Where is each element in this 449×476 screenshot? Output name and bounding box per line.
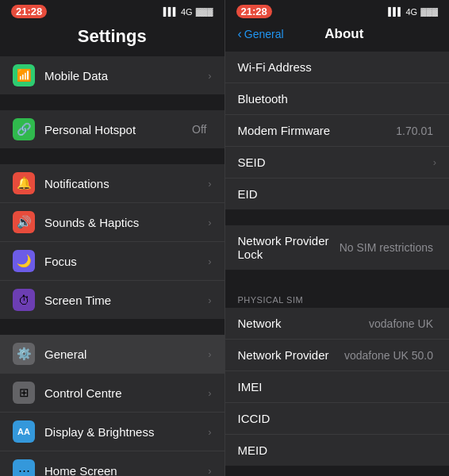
network-provider-label: Network Provider — [238, 348, 344, 362]
modem-value: 1.70.01 — [396, 125, 433, 137]
general-chevron: › — [208, 348, 211, 360]
list-item[interactable]: ⋯ Home Screen › — [0, 451, 224, 476]
hotspot-value: Off — [192, 123, 206, 136]
list-item: Modem Firmware 1.70.01 — [225, 115, 450, 147]
list-item[interactable]: 🌙 Focus › — [0, 242, 224, 281]
list-item[interactable]: 📶 Mobile Data › — [0, 56, 224, 94]
eid-label: EID — [238, 187, 437, 201]
imei-label: IMEI — [238, 380, 437, 393]
right-signal-icon: ▌▌▌ — [388, 7, 402, 16]
battery-icon: ▓▓▓ — [196, 7, 213, 16]
right-page-header: ‹ General About — [225, 21, 450, 48]
left-page-title: Settings — [13, 26, 212, 47]
display-chevron: › — [208, 426, 211, 438]
right-network-type: 4G — [405, 7, 417, 17]
screentime-chevron: › — [208, 294, 211, 306]
right-status-bar: 21:28 ▌▌▌ 4G ▓▓▓ — [225, 0, 450, 21]
display-icon: AA — [13, 420, 35, 443]
list-item[interactable]: 🔔 Notifications › — [0, 164, 224, 203]
controlcentre-icon: ⊞ — [13, 382, 35, 404]
network-provider-lock-label: Network Provider Lock — [238, 234, 340, 261]
list-item[interactable]: 🔊 Sounds & Haptics › — [0, 203, 224, 242]
list-item[interactable]: 🔗 Personal Hotspot Off — [0, 110, 224, 148]
list-item: Network vodafone UK — [225, 308, 450, 340]
hotspot-section: 🔗 Personal Hotspot Off — [0, 110, 224, 148]
controlcentre-label: Control Centre — [44, 386, 208, 400]
back-button[interactable]: ‹ General — [238, 28, 284, 40]
general-section: ⚙️ General › ⊞ Control Centre › AA Displ… — [0, 335, 224, 476]
controlcentre-chevron: › — [208, 387, 211, 399]
about-section-3: Network vodafone UK Network Provider vod… — [225, 308, 450, 466]
list-item: Network Provider Lock No SIM restriction… — [225, 225, 450, 270]
list-item[interactable]: ⊞ Control Centre › — [0, 374, 224, 413]
list-item: EID — [225, 178, 450, 209]
notifications-label: Notifications — [44, 177, 208, 190]
focus-icon: 🌙 — [13, 250, 35, 272]
list-item: IMEI — [225, 371, 450, 403]
network-provider-lock-value: No SIM restrictions — [340, 241, 433, 254]
list-item: Bluetooth — [225, 83, 450, 115]
right-status-icons: ▌▌▌ 4G ▓▓▓ — [388, 7, 438, 17]
about-section-2: Network Provider Lock No SIM restriction… — [225, 225, 450, 270]
network-type: 4G — [181, 7, 193, 17]
meid-label: MEID — [238, 443, 437, 457]
modem-label: Modem Firmware — [238, 124, 397, 137]
seid-chevron: › — [433, 156, 436, 168]
seid-label: SEID — [238, 155, 433, 169]
hotspot-label: Personal Hotspot — [44, 123, 192, 136]
mobile-data-label: Mobile Data — [44, 69, 208, 83]
network-provider-value: vodafone UK 50.0 — [344, 349, 433, 362]
homescreen-icon: ⋯ — [13, 459, 35, 476]
homescreen-chevron: › — [208, 465, 211, 477]
right-scroll-area[interactable]: Wi-Fi Address Bluetooth Modem Firmware 1… — [225, 48, 450, 476]
sounds-icon: 🔊 — [13, 211, 35, 233]
left-scroll-area[interactable]: 📶 Mobile Data › 🔗 Personal Hotspot Off 🔔… — [0, 53, 224, 476]
screentime-icon: ⏱ — [13, 289, 35, 311]
general-icon: ⚙️ — [13, 343, 35, 365]
network-value: vodafone UK — [369, 317, 433, 330]
right-panel: 21:28 ▌▌▌ 4G ▓▓▓ ‹ General About Wi-Fi A… — [224, 0, 450, 476]
back-label: General — [244, 28, 284, 40]
mobile-data-chevron: › — [208, 70, 211, 82]
left-panel: 21:28 ▌▌▌ 4G ▓▓▓ Settings 📶 Mobile Data … — [0, 0, 224, 476]
notifications-section: 🔔 Notifications › 🔊 Sounds & Haptics › 🌙… — [0, 164, 224, 319]
list-item: MEID — [225, 435, 450, 466]
sounds-chevron: › — [208, 217, 211, 228]
signal-icon: ▌▌▌ — [163, 7, 178, 16]
list-item[interactable]: SEID › — [225, 147, 450, 178]
left-page-header: Settings — [0, 21, 224, 53]
notifications-icon: 🔔 — [13, 172, 35, 194]
left-status-icons: ▌▌▌ 4G ▓▓▓ — [163, 7, 213, 17]
list-item: Network Provider vodafone UK 50.0 — [225, 340, 450, 371]
bluetooth-label: Bluetooth — [238, 92, 437, 106]
general-label: General — [44, 347, 208, 361]
right-battery-icon: ▓▓▓ — [420, 7, 438, 16]
about-section-1: Wi-Fi Address Bluetooth Modem Firmware 1… — [225, 52, 450, 209]
back-chevron-icon: ‹ — [238, 28, 242, 40]
list-item: ICCID — [225, 403, 450, 435]
mobile-data-icon: 📶 — [13, 64, 35, 86]
left-status-bar: 21:28 ▌▌▌ 4G ▓▓▓ — [0, 0, 224, 21]
hotspot-icon: 🔗 — [13, 118, 35, 140]
list-item[interactable]: AA Display & Brightness › — [0, 413, 224, 451]
homescreen-label: Home Screen — [44, 464, 208, 477]
about-page-title: About — [284, 26, 405, 42]
physical-sim-header: PHYSICAL SIM — [225, 286, 450, 308]
list-item: Wi-Fi Address — [225, 52, 450, 83]
screentime-label: Screen Time — [44, 294, 208, 307]
focus-label: Focus — [44, 255, 208, 268]
iccid-label: ICCID — [238, 412, 437, 425]
left-time: 21:28 — [11, 5, 47, 18]
sounds-label: Sounds & Haptics — [44, 216, 208, 229]
wifi-address-label: Wi-Fi Address — [238, 60, 437, 74]
display-label: Display & Brightness — [44, 425, 208, 439]
right-time: 21:28 — [236, 5, 272, 18]
list-item[interactable]: ⏱ Screen Time › — [0, 281, 224, 319]
partial-section: 📶 Mobile Data › — [0, 56, 224, 94]
focus-chevron: › — [208, 255, 211, 267]
notifications-chevron: › — [208, 178, 211, 190]
network-label: Network — [238, 317, 370, 330]
list-item[interactable]: ⚙️ General › — [0, 335, 224, 374]
